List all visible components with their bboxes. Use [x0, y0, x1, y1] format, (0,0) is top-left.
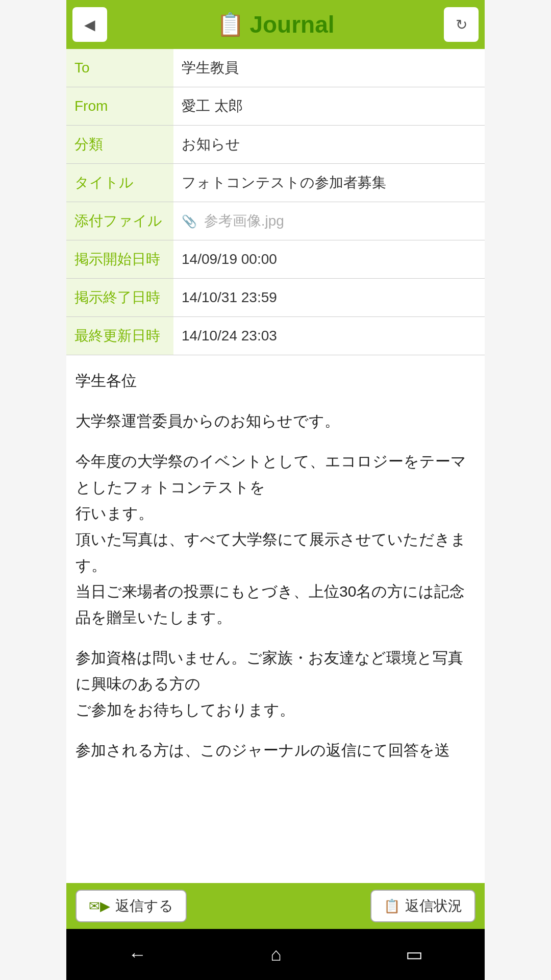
app-header: ◀ 📋 Journal ↻	[66, 0, 485, 49]
updated-date-label: 最終更新日時	[66, 317, 173, 355]
greeting: 学生各位	[76, 368, 475, 394]
system-nav: ← ⌂ ▭	[66, 929, 485, 980]
action-bar: ✉▶ 返信する 📋 返信状況	[66, 883, 485, 929]
back-icon: ◀	[84, 16, 95, 33]
from-value: 愛工 太郎	[173, 87, 485, 126]
sys-back-icon: ←	[128, 944, 146, 965]
end-date-value: 14/10/31 23:59	[173, 279, 485, 317]
status-icon: 📋	[384, 898, 400, 914]
updated-date-row: 最終更新日時 14/10/24 23:03	[66, 317, 485, 355]
sys-home-button[interactable]: ⌂	[255, 939, 297, 970]
to-label: To	[66, 49, 173, 87]
attachment-filename: 参考画像.jpg	[204, 213, 284, 229]
sys-recent-button[interactable]: ▭	[390, 939, 438, 970]
to-value: 学生教員	[173, 49, 485, 87]
message-body: 学生各位 大学祭運営委員からのお知らせです。 今年度の大学祭のイベントとして、エ…	[66, 355, 485, 883]
eligibility-text: 参加資格は問いません。ご家族・お友達など環境と写真に興味のある方の ご参加をお待…	[76, 645, 475, 723]
category-row: 分類 お知らせ	[66, 126, 485, 164]
intro: 大学祭運営委員からのお知らせです。	[76, 408, 475, 434]
truncated-text: 参加される方は、このジャーナルの返信にて回答を送	[76, 737, 475, 763]
reply-button[interactable]: ✉▶ 返信する	[76, 890, 187, 922]
to-row: To 学生教員	[66, 49, 485, 87]
header-center: 📋 Journal	[216, 11, 334, 38]
title-label: タイトル	[66, 164, 173, 202]
sys-home-icon: ⌂	[270, 944, 282, 965]
attachment-row: 添付ファイル 📎 参考画像.jpg	[66, 202, 485, 240]
paperclip-icon: 📎	[182, 214, 197, 228]
refresh-button[interactable]: ↻	[444, 7, 479, 42]
start-date-value: 14/09/19 00:00	[173, 240, 485, 279]
title-row: タイトル フォトコンテストの参加者募集	[66, 164, 485, 202]
sys-back-button[interactable]: ←	[113, 939, 162, 970]
reply-status-button[interactable]: 📋 返信状況	[370, 890, 475, 922]
end-date-label: 掲示終了日時	[66, 279, 173, 317]
updated-date-value: 14/10/24 23:03	[173, 317, 485, 355]
attachment-value[interactable]: 📎 参考画像.jpg	[173, 202, 485, 240]
refresh-icon: ↻	[456, 16, 467, 33]
start-date-row: 掲示開始日時 14/09/19 00:00	[66, 240, 485, 279]
attachment-label: 添付ファイル	[66, 202, 173, 240]
reply-label: 返信する	[115, 896, 173, 916]
main-text: 今年度の大学祭のイベントとして、エコロジーをテーマとしたフォトコンテストを 行い…	[76, 448, 475, 630]
info-table: To 学生教員 From 愛工 太郎 分類 お知らせ タイトル フォトコンテスト…	[66, 49, 485, 355]
category-label: 分類	[66, 126, 173, 164]
journal-icon: 📋	[216, 11, 244, 38]
category-value: お知らせ	[173, 126, 485, 164]
end-date-row: 掲示終了日時 14/10/31 23:59	[66, 279, 485, 317]
start-date-label: 掲示開始日時	[66, 240, 173, 279]
reply-icon: ✉▶	[89, 898, 110, 914]
status-label: 返信状況	[405, 896, 462, 916]
app-title: Journal	[249, 11, 334, 38]
from-label: From	[66, 87, 173, 126]
sys-recent-icon: ▭	[406, 944, 423, 965]
back-button[interactable]: ◀	[72, 7, 107, 42]
title-value: フォトコンテストの参加者募集	[173, 164, 485, 202]
from-row: From 愛工 太郎	[66, 87, 485, 126]
